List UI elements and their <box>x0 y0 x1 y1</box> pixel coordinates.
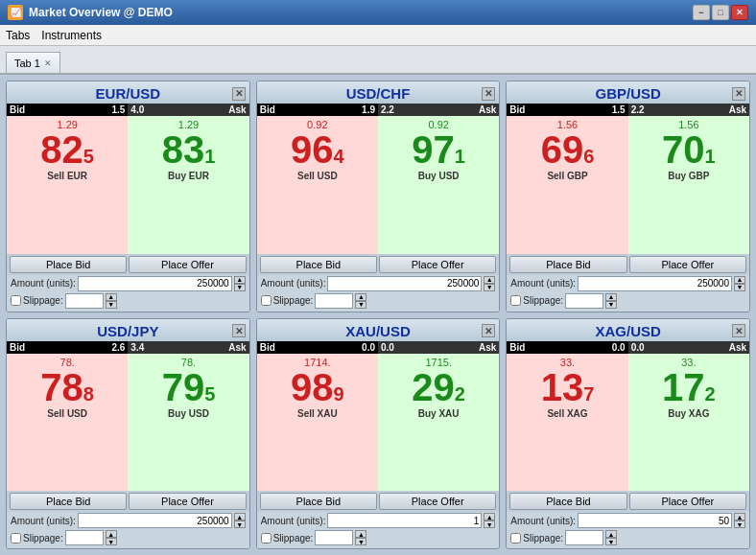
slippage-input-eur-usd[interactable] <box>65 293 104 309</box>
slippage-down-xag-usd[interactable]: ▼ <box>605 538 617 545</box>
sell-label-usd-jpy: Sell USD <box>47 408 87 419</box>
slippage-down-xau-usd[interactable]: ▼ <box>355 538 366 545</box>
card-close-xag-usd[interactable]: ✕ <box>732 324 745 337</box>
place-bid-button-gbp-usd[interactable]: Place Bid <box>509 256 626 273</box>
tab-1-close[interactable]: ✕ <box>44 58 52 68</box>
slippage-label-usd-jpy: Slippage: <box>23 533 63 543</box>
card-close-xau-usd[interactable]: ✕ <box>482 324 495 337</box>
slippage-down-eur-usd[interactable]: ▼ <box>106 301 117 309</box>
slippage-input-xau-usd[interactable] <box>315 530 353 545</box>
slippage-down-usd-jpy[interactable]: ▼ <box>106 538 117 545</box>
place-bid-button-eur-usd[interactable]: Place Bid <box>10 256 127 273</box>
ask-price-usd-jpy: 795 <box>162 368 216 406</box>
amount-input-xau-usd[interactable] <box>327 513 482 528</box>
amount-down-gbp-usd[interactable]: ▼ <box>734 284 745 291</box>
amount-up-xag-usd[interactable]: ▲ <box>734 513 745 520</box>
amount-row-usd-chf: Amount (units): ▲ ▼ <box>257 275 500 292</box>
tab-1[interactable]: Tab 1 ✕ <box>6 52 60 73</box>
amount-row-gbp-usd: Amount (units): ▲ ▼ <box>507 275 749 292</box>
slippage-checkbox-gbp-usd[interactable] <box>510 295 521 306</box>
slippage-label-xag-usd: Slippage: <box>523 533 563 543</box>
slippage-checkbox-usd-jpy[interactable] <box>11 533 21 543</box>
amount-input-xag-usd[interactable] <box>578 513 732 528</box>
minimize-button[interactable]: − <box>693 5 710 20</box>
amount-down-xag-usd[interactable]: ▼ <box>734 520 745 528</box>
amount-input-gbp-usd[interactable] <box>578 276 732 291</box>
place-offer-button-gbp-usd[interactable]: Place Offer <box>629 256 746 273</box>
amount-up-eur-usd[interactable]: ▲ <box>234 276 246 284</box>
amount-down-usd-jpy[interactable]: ▼ <box>234 520 246 528</box>
slippage-input-usd-chf[interactable] <box>315 293 353 309</box>
card-close-eur-usd[interactable]: ✕ <box>232 87 246 101</box>
slippage-down-usd-chf[interactable]: ▼ <box>355 301 366 309</box>
amount-spinner-xau-usd: ▲ ▼ <box>484 513 495 528</box>
card-close-usd-jpy[interactable]: ✕ <box>232 324 246 337</box>
slippage-row-xau-usd: Slippage: ▲ ▼ <box>257 529 500 548</box>
ask-price-usd-chf: 971 <box>412 130 465 169</box>
slippage-up-usd-chf[interactable]: ▲ <box>355 293 366 301</box>
amount-label-eur-usd: Amount (units): <box>11 278 76 289</box>
slippage-spinner-eur-usd: ▲ ▼ <box>106 293 117 309</box>
slippage-row-usd-jpy: Slippage: ▲ ▼ <box>7 529 249 548</box>
amount-row-usd-jpy: Amount (units): ▲ ▼ <box>7 512 249 529</box>
card-header-xau-usd: XAU/USD ✕ <box>257 319 500 341</box>
slippage-checkbox-eur-usd[interactable] <box>11 295 21 306</box>
place-offer-button-xag-usd[interactable]: Place Offer <box>629 493 746 510</box>
sell-label-xau-usd: Sell XAU <box>297 408 338 419</box>
slippage-down-gbp-usd[interactable]: ▼ <box>605 301 617 309</box>
bid-cell-eur-usd: 1.29 825 Sell EUR <box>7 116 128 254</box>
place-offer-button-xau-usd[interactable]: Place Offer <box>379 493 496 510</box>
close-button[interactable]: ✕ <box>731 5 748 20</box>
slippage-up-eur-usd[interactable]: ▲ <box>106 293 117 301</box>
amount-down-usd-chf[interactable]: ▼ <box>484 284 495 291</box>
card-name-usd-chf: USD/CHF <box>346 85 411 102</box>
place-bid-button-xag-usd[interactable]: Place Bid <box>509 493 626 510</box>
buttons-row-eur-usd: Place Bid Place Offer <box>7 254 249 275</box>
place-bid-button-xau-usd[interactable]: Place Bid <box>260 493 377 510</box>
bid-label-xag-usd: Bid <box>509 342 525 353</box>
maximize-button[interactable]: □ <box>712 5 729 20</box>
slippage-input-usd-jpy[interactable] <box>65 530 104 545</box>
menu-tabs[interactable]: Tabs <box>6 29 30 42</box>
sell-label-xag-usd: Sell XAG <box>547 408 587 419</box>
menu-instruments[interactable]: Instruments <box>41 29 102 42</box>
amount-spinner-gbp-usd: ▲ ▼ <box>734 276 745 291</box>
amount-input-usd-chf[interactable] <box>327 276 482 291</box>
slippage-checkbox-xau-usd[interactable] <box>261 533 272 543</box>
amount-up-usd-jpy[interactable]: ▲ <box>234 513 246 520</box>
amount-up-usd-chf[interactable]: ▲ <box>484 276 495 284</box>
amount-up-gbp-usd[interactable]: ▲ <box>734 276 745 284</box>
amount-input-usd-jpy[interactable] <box>78 513 232 528</box>
bid-label-eur-usd: Bid <box>10 104 25 115</box>
slippage-checkbox-xag-usd[interactable] <box>510 533 521 543</box>
place-offer-button-usd-chf[interactable]: Place Offer <box>379 256 496 273</box>
slippage-row-xag-usd: Slippage: ▲ ▼ <box>507 529 749 548</box>
slippage-up-usd-jpy[interactable]: ▲ <box>106 530 117 538</box>
tab-1-label: Tab 1 <box>14 58 40 69</box>
slippage-label-eur-usd: Slippage: <box>23 295 63 306</box>
sell-label-gbp-usd: Sell GBP <box>547 171 587 181</box>
place-offer-button-usd-jpy[interactable]: Place Offer <box>129 493 246 510</box>
tab-bar: Tab 1 ✕ <box>0 46 756 75</box>
bid-label-xau-usd: Bid <box>260 342 275 353</box>
slippage-up-gbp-usd[interactable]: ▲ <box>605 293 617 301</box>
amount-down-eur-usd[interactable]: ▼ <box>234 284 246 291</box>
slippage-checkbox-usd-chf[interactable] <box>261 295 272 306</box>
slippage-input-gbp-usd[interactable] <box>565 293 603 309</box>
slippage-up-xag-usd[interactable]: ▲ <box>605 530 617 538</box>
amount-label-usd-chf: Amount (units): <box>261 278 326 289</box>
card-close-gbp-usd[interactable]: ✕ <box>732 87 745 101</box>
slippage-spinner-usd-jpy: ▲ ▼ <box>106 530 117 545</box>
slippage-input-xag-usd[interactable] <box>565 530 603 545</box>
slippage-up-xau-usd[interactable]: ▲ <box>355 530 366 538</box>
amount-down-xau-usd[interactable]: ▼ <box>484 520 495 528</box>
buttons-row-usd-chf: Place Bid Place Offer <box>257 254 500 275</box>
place-bid-button-usd-jpy[interactable]: Place Bid <box>10 493 127 510</box>
place-offer-button-eur-usd[interactable]: Place Offer <box>129 256 246 273</box>
bid-cell-xau-usd: 1714. 989 Sell XAU <box>257 354 378 492</box>
card-close-usd-chf[interactable]: ✕ <box>482 87 495 101</box>
amount-up-xau-usd[interactable]: ▲ <box>484 513 495 520</box>
buttons-row-xau-usd: Place Bid Place Offer <box>257 491 500 512</box>
amount-input-eur-usd[interactable] <box>78 276 232 291</box>
place-bid-button-usd-chf[interactable]: Place Bid <box>260 256 377 273</box>
